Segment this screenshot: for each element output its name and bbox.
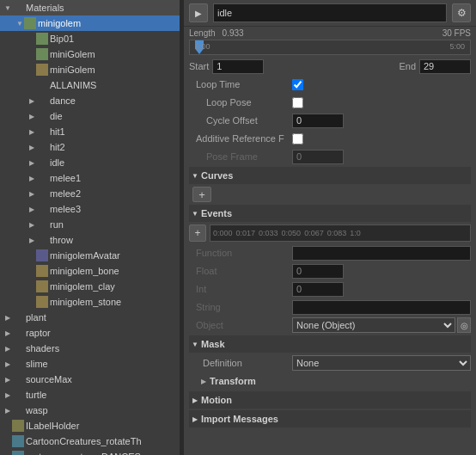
tree-item-allanims[interactable]: ALLANIMS (0, 77, 180, 93)
length-value: 0.933 (223, 28, 244, 38)
folder-icon (36, 203, 48, 215)
tree-item-turtle[interactable]: turtle (0, 387, 180, 403)
loop-time-checkbox[interactable] (292, 79, 303, 90)
tree-item-label: melee2 (50, 186, 81, 201)
animation-name-input[interactable] (213, 3, 447, 22)
tree-item-iLabelHolder[interactable]: ILabelHolder (0, 418, 180, 433)
tree-item-wasp[interactable]: wasp (0, 403, 180, 418)
tree-item-dance[interactable]: dance (0, 93, 180, 108)
add-event-button[interactable]: + (189, 224, 206, 242)
tree-item-throw[interactable]: throw (0, 232, 180, 248)
loop-pose-checkbox[interactable] (292, 97, 303, 108)
tree-item-shaders[interactable]: shaders (0, 341, 180, 356)
tree-item-miniGolem3[interactable]: miniGolem (0, 62, 180, 77)
string-input[interactable] (292, 300, 471, 315)
tree-triangle[interactable] (27, 144, 36, 151)
tree-triangle[interactable] (27, 237, 36, 244)
tree-item-hit1[interactable]: hit1 (0, 124, 180, 139)
tree-item-cartoonmonsters_dances[interactable]: cartoonmonsters_DANCES (0, 449, 180, 455)
tree-triangle[interactable] (3, 376, 12, 384)
tree-item-run[interactable]: run (0, 217, 180, 232)
animation-header: ▶ ⚙ (184, 0, 476, 27)
tree-item-die[interactable]: die (0, 108, 180, 124)
tree-triangle[interactable] (15, 20, 24, 28)
definition-select[interactable]: None (292, 355, 471, 371)
tree-item-minigolem_stone[interactable]: minigolem_stone (0, 294, 180, 310)
folder-icon (36, 79, 48, 91)
curves-section-header[interactable]: Curves (189, 167, 471, 184)
tree-item-minigolem_clay[interactable]: minigolem_clay (0, 279, 180, 294)
tree-item-sourceMax[interactable]: sourceMax (0, 372, 180, 387)
length-label: Length (189, 28, 216, 38)
tree-triangle[interactable] (27, 159, 36, 167)
cycle-offset-label: Cycle Offset (189, 115, 292, 126)
string-label: String (189, 302, 292, 312)
tree-triangle[interactable] (27, 97, 36, 105)
transform-row[interactable]: Transform (189, 372, 471, 390)
tree-triangle[interactable] (3, 329, 12, 337)
cycle-offset-input[interactable] (292, 114, 344, 128)
tree-item-melee1[interactable]: melee1 (0, 170, 180, 186)
tree-item-melee2[interactable]: melee2 (0, 186, 180, 201)
tree-triangle[interactable] (3, 4, 12, 12)
tree-item-label: cartoonmonsters_DANCES (26, 449, 141, 455)
timeline-bar[interactable]: 0:00 5:00 (189, 40, 471, 55)
end-input[interactable] (419, 59, 471, 74)
tree-triangle[interactable] (3, 314, 12, 322)
motion-section-header[interactable]: Motion (189, 391, 471, 409)
play-button[interactable]: ▶ (189, 3, 208, 22)
tree-item-minigolemAvatar[interactable]: minigolemAvatar (0, 248, 180, 263)
tree-triangle[interactable] (3, 360, 12, 368)
tree-item-label: slime (26, 356, 48, 372)
event-tick-1: 0:017 (236, 229, 256, 237)
object-select[interactable]: None (Object) (292, 317, 455, 333)
pose-frame-input[interactable] (292, 150, 344, 164)
tree-item-hit2[interactable]: hit2 (0, 139, 180, 155)
tree-item-label: turtle (26, 387, 46, 403)
tree-item-materials[interactable]: Materials (0, 0, 180, 15)
additive-ref-checkbox[interactable] (292, 133, 303, 144)
add-curve-button[interactable]: + (192, 187, 211, 202)
tree-triangle[interactable] (27, 221, 36, 229)
folder-icon (36, 126, 48, 138)
events-timeline-row: + 0:000 0:017 0:033 0:050 0:067 0:083 1:… (189, 224, 471, 243)
tree-triangle[interactable] (3, 407, 12, 415)
tree-triangle[interactable] (27, 190, 36, 198)
tree-triangle[interactable] (3, 391, 12, 399)
tree-item-slime[interactable]: slime (0, 356, 180, 372)
tree-triangle[interactable] (3, 345, 12, 353)
tree-item-cartoonCreatures[interactable]: CartoonCreatures_rotateTh (0, 433, 180, 449)
tree-triangle[interactable] (27, 113, 36, 120)
start-label: Start (189, 61, 209, 71)
tree-item-minigolem[interactable]: minigolem (0, 15, 180, 31)
tree-item-raptor[interactable]: raptor (0, 325, 180, 341)
import-messages-section-header[interactable]: Import Messages (189, 410, 471, 427)
tree-triangle[interactable] (27, 128, 36, 136)
mesh-icon (36, 33, 48, 45)
events-track[interactable]: 0:000 0:017 0:033 0:050 0:067 0:083 1:0 (210, 224, 471, 242)
float-input[interactable] (292, 264, 344, 279)
tree-item-melee3[interactable]: melee3 (0, 201, 180, 217)
tree-item-miniGolem2[interactable]: miniGolem (0, 46, 180, 62)
tree-item-plant[interactable]: plant (0, 310, 180, 325)
tree-item-label: dance (50, 93, 76, 108)
object-pick-button[interactable]: ◎ (457, 317, 471, 333)
tree-item-bip01[interactable]: Bip01 (0, 31, 180, 46)
folder-icon (36, 218, 48, 231)
mask-section-header[interactable]: Mask (189, 335, 471, 353)
int-input[interactable] (292, 282, 344, 297)
gear-button[interactable]: ⚙ (452, 3, 471, 22)
events-section-header[interactable]: Events (189, 205, 471, 222)
mask-triangle (191, 341, 199, 348)
folder-icon (12, 311, 24, 323)
tree-triangle[interactable] (27, 206, 36, 213)
event-tick-4: 0:067 (304, 229, 324, 237)
motion-section-title: Motion (201, 395, 232, 405)
start-input[interactable] (212, 59, 264, 74)
tree-item-minigolem_bone[interactable]: minigolem_bone (0, 263, 180, 279)
function-input[interactable] (292, 246, 471, 261)
folder-icon (12, 342, 24, 354)
tree-triangle[interactable] (27, 175, 36, 182)
tree-item-idle[interactable]: idle (0, 155, 180, 170)
curves-add-row: + (189, 186, 471, 203)
